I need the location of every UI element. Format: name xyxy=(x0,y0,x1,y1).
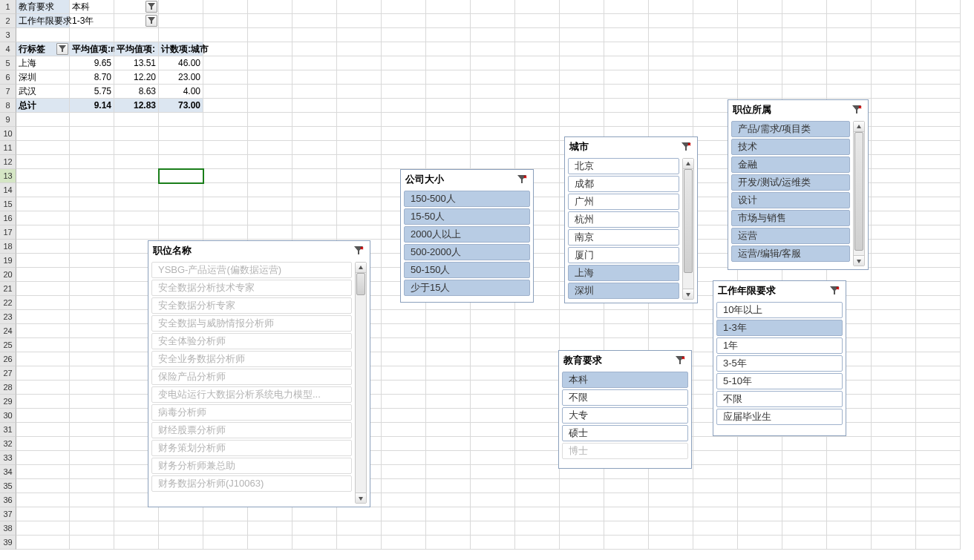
cell-A19[interactable] xyxy=(16,254,70,268)
slicer-years-item-4[interactable]: 5-10年 xyxy=(716,373,843,389)
cell-N39[interactable] xyxy=(604,536,649,550)
cell-T17[interactable] xyxy=(872,225,916,240)
cell-A22[interactable] xyxy=(16,296,70,310)
cell-M1[interactable] xyxy=(560,0,604,14)
cell-M38[interactable] xyxy=(560,521,604,536)
cell-J25[interactable] xyxy=(426,338,471,352)
cell-I6[interactable] xyxy=(382,70,426,85)
cell-R38[interactable] xyxy=(782,521,827,536)
cell-U28[interactable] xyxy=(916,381,961,395)
slicer-position-item-1[interactable]: 安全数据分析技术专家 xyxy=(151,280,352,296)
cell-D12[interactable] xyxy=(159,155,203,169)
cell-H14[interactable] xyxy=(337,183,382,197)
row-header-32[interactable]: 32 xyxy=(0,437,16,451)
cell-C37[interactable] xyxy=(114,507,159,521)
cell-U4[interactable] xyxy=(916,42,961,56)
row-header-39[interactable]: 39 xyxy=(0,536,16,550)
slicer-education-item-0[interactable]: 本科 xyxy=(562,372,688,388)
cell-C10[interactable] xyxy=(114,127,159,141)
cell-E13[interactable] xyxy=(203,169,248,183)
cell-B39[interactable] xyxy=(70,536,114,550)
cell-P1[interactable] xyxy=(693,0,738,14)
cell-B2[interactable]: 1-3年 xyxy=(70,14,114,28)
slicer-education-item-4[interactable]: 博士 xyxy=(562,443,688,459)
row-header-5[interactable]: 5 xyxy=(0,56,16,70)
cell-B13[interactable] xyxy=(70,169,114,183)
cell-B28[interactable] xyxy=(70,381,114,395)
cell-B37[interactable] xyxy=(70,507,114,521)
cell-Q5[interactable] xyxy=(738,56,782,70)
row-header-18[interactable]: 18 xyxy=(0,240,16,254)
cell-H16[interactable] xyxy=(337,211,382,225)
scroll-up-icon[interactable] xyxy=(356,263,366,273)
cell-H3[interactable] xyxy=(337,28,382,42)
slicer-position-item-9[interactable]: 财经股票分析师 xyxy=(151,422,352,438)
cell-A28[interactable] xyxy=(16,381,70,395)
cell-K25[interactable] xyxy=(471,338,515,352)
cell-A4[interactable]: 行标签 xyxy=(16,42,70,56)
cell-G3[interactable] xyxy=(292,28,337,42)
cell-R2[interactable] xyxy=(782,14,827,28)
cell-S38[interactable] xyxy=(827,521,872,536)
cell-J33[interactable] xyxy=(426,451,471,465)
cell-O7[interactable] xyxy=(649,85,693,99)
cell-G38[interactable] xyxy=(292,521,337,536)
cell-T32[interactable] xyxy=(872,437,916,451)
cell-U1[interactable] xyxy=(916,0,961,14)
cell-U15[interactable] xyxy=(916,197,961,211)
cell-T5[interactable] xyxy=(872,56,916,70)
cell-T33[interactable] xyxy=(872,451,916,465)
cell-O37[interactable] xyxy=(649,507,693,521)
cell-D7[interactable]: 4.00 xyxy=(159,85,203,99)
cell-P5[interactable] xyxy=(693,56,738,70)
cell-K31[interactable] xyxy=(471,423,515,437)
cell-F1[interactable] xyxy=(248,0,292,14)
cell-U8[interactable] xyxy=(916,99,961,113)
cell-G7[interactable] xyxy=(292,85,337,99)
slicer-company-item-3[interactable]: 500-2000人 xyxy=(404,244,530,260)
cell-K1[interactable] xyxy=(471,0,515,14)
row-header-38[interactable]: 38 xyxy=(0,521,16,536)
slicer-category-scrollbar[interactable] xyxy=(853,121,865,266)
cell-N24[interactable] xyxy=(604,324,649,338)
slicer-category-item-1[interactable]: 技术 xyxy=(731,139,850,155)
cell-O9[interactable] xyxy=(649,113,693,127)
cell-F16[interactable] xyxy=(248,211,292,225)
cell-C3[interactable] xyxy=(114,28,159,42)
cell-P2[interactable] xyxy=(693,14,738,28)
cell-H7[interactable] xyxy=(337,85,382,99)
cell-A2[interactable]: 工作年限要求 xyxy=(16,14,70,28)
cell-P3[interactable] xyxy=(693,28,738,42)
slicer-category-item-4[interactable]: 设计 xyxy=(731,192,850,208)
cell-U10[interactable] xyxy=(916,127,961,141)
cell-N38[interactable] xyxy=(604,521,649,536)
scroll-up-icon[interactable] xyxy=(683,159,693,169)
cell-K37[interactable] xyxy=(471,507,515,521)
cell-I38[interactable] xyxy=(382,521,426,536)
cell-G15[interactable] xyxy=(292,197,337,211)
cell-C6[interactable]: 12.20 xyxy=(114,70,159,85)
cell-J7[interactable] xyxy=(426,85,471,99)
cell-K35[interactable] xyxy=(471,479,515,493)
cell-A13[interactable] xyxy=(16,169,70,183)
slicer-position-scrollbar[interactable] xyxy=(355,262,367,504)
cell-B19[interactable] xyxy=(70,254,114,268)
cell-B26[interactable] xyxy=(70,352,114,366)
cell-U19[interactable] xyxy=(916,254,961,268)
cell-A10[interactable] xyxy=(16,127,70,141)
cell-E6[interactable] xyxy=(203,70,248,85)
cell-R3[interactable] xyxy=(782,28,827,42)
row-header-30[interactable]: 30 xyxy=(0,409,16,423)
cell-U7[interactable] xyxy=(916,85,961,99)
cell-T20[interactable] xyxy=(872,268,916,282)
cell-J28[interactable] xyxy=(426,381,471,395)
cell-U21[interactable] xyxy=(916,282,961,296)
cell-B31[interactable] xyxy=(70,423,114,437)
cell-G16[interactable] xyxy=(292,211,337,225)
cell-P36[interactable] xyxy=(693,493,738,507)
slicer-category-item-0[interactable]: 产品/需求/项目类 xyxy=(731,121,850,137)
cell-M3[interactable] xyxy=(560,28,604,42)
cell-L4[interactable] xyxy=(515,42,560,56)
cell-N3[interactable] xyxy=(604,28,649,42)
cell-R34[interactable] xyxy=(782,465,827,479)
